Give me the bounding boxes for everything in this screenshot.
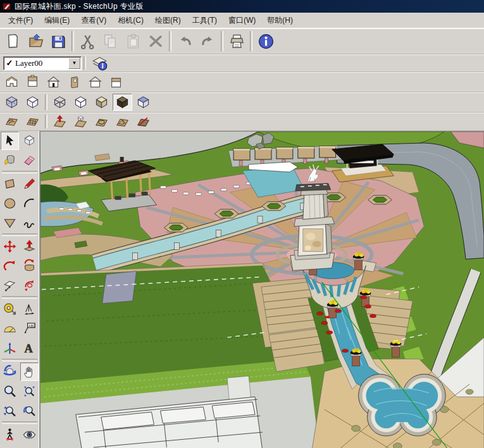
view-front-button[interactable] bbox=[44, 73, 63, 90]
menu-item-view[interactable]: 查看(V) bbox=[75, 13, 112, 28]
scale-button[interactable] bbox=[1, 277, 19, 295]
move-icon bbox=[3, 239, 17, 254]
follow-me-button[interactable] bbox=[20, 257, 39, 275]
save-button[interactable] bbox=[47, 31, 69, 51]
push-pull-button[interactable] bbox=[20, 237, 39, 256]
dimension-button[interactable] bbox=[20, 300, 39, 318]
undo-button[interactable] bbox=[174, 31, 195, 51]
dimension-icon bbox=[22, 302, 37, 316]
select-button[interactable] bbox=[1, 132, 19, 150]
entity-info-icon bbox=[258, 33, 275, 50]
text-icon: ABC bbox=[22, 321, 37, 336]
section-plane-button[interactable]: c bbox=[20, 445, 39, 448]
print-button[interactable] bbox=[226, 31, 247, 51]
polygon-button[interactable] bbox=[1, 214, 19, 232]
smoove-icon bbox=[53, 115, 67, 129]
menu-item-draw[interactable]: 绘图(R) bbox=[149, 13, 187, 28]
view-iso-button[interactable] bbox=[2, 73, 22, 90]
add-detail-button[interactable] bbox=[113, 113, 132, 130]
polygon-icon bbox=[3, 216, 17, 230]
toolbar-separator bbox=[250, 31, 252, 51]
entity-info-button[interactable] bbox=[255, 31, 276, 51]
delete-button[interactable] bbox=[145, 31, 166, 51]
paint-bucket-button[interactable] bbox=[1, 151, 19, 170]
view-right-button[interactable] bbox=[65, 73, 84, 90]
rotate-icon bbox=[3, 259, 17, 273]
layer-dropdown-arrow-icon[interactable]: ▼ bbox=[68, 58, 80, 69]
layer-combobox[interactable]: ✓ Layer00 ▼ bbox=[3, 56, 82, 70]
rotate-button[interactable] bbox=[1, 257, 19, 275]
drape-button[interactable] bbox=[92, 113, 111, 130]
redo-icon bbox=[199, 33, 216, 50]
redo-button[interactable] bbox=[197, 31, 218, 51]
from-contours-icon bbox=[4, 115, 19, 129]
undo-icon bbox=[177, 33, 194, 50]
3d-text-button[interactable]: A bbox=[20, 339, 39, 358]
view-left-button[interactable] bbox=[85, 73, 105, 90]
look-around-button[interactable] bbox=[20, 425, 39, 444]
menu-bar: 文件(F)编辑(E)查看(V)相机(C)绘图(R)工具(T)窗口(W)帮助(H) bbox=[0, 13, 484, 28]
active-layer-value: Layer00 bbox=[15, 58, 68, 68]
back-edges-button[interactable] bbox=[23, 94, 42, 111]
from-contours-button[interactable] bbox=[2, 113, 22, 130]
menu-item-window[interactable]: 窗口(W) bbox=[223, 13, 261, 28]
menu-item-help[interactable]: 帮助(H) bbox=[261, 13, 299, 28]
menu-item-tools[interactable]: 工具(T) bbox=[187, 13, 223, 28]
walk-button[interactable] bbox=[1, 445, 19, 448]
viewport-3d[interactable] bbox=[40, 131, 484, 448]
svg-text:ABC: ABC bbox=[28, 324, 35, 328]
open-file-button[interactable] bbox=[25, 31, 46, 51]
cut-button[interactable] bbox=[77, 31, 98, 51]
flip-edge-button[interactable] bbox=[133, 113, 153, 130]
zoom-extents-button[interactable] bbox=[1, 402, 19, 420]
copy-icon bbox=[102, 33, 119, 50]
stamp-button[interactable] bbox=[71, 113, 90, 130]
zoom-button[interactable] bbox=[1, 382, 19, 401]
hidden-line-button[interactable] bbox=[71, 94, 90, 111]
eraser-button[interactable] bbox=[20, 151, 39, 170]
menu-item-edit[interactable]: 编辑(E) bbox=[39, 13, 75, 28]
title-bar[interactable]: 国际星城补面.skp - SketchUp 专业版 bbox=[0, 0, 484, 13]
orbit-icon bbox=[3, 364, 17, 379]
menu-item-file[interactable]: 文件(F) bbox=[3, 13, 39, 28]
text-button[interactable]: ABC bbox=[20, 320, 39, 338]
shaded-button[interactable] bbox=[92, 94, 111, 111]
rectangle-button[interactable] bbox=[1, 175, 19, 193]
orbit-button[interactable] bbox=[1, 363, 19, 381]
view-back-icon bbox=[109, 75, 123, 89]
circle-button[interactable] bbox=[1, 194, 19, 213]
freehand-button[interactable] bbox=[20, 214, 39, 232]
arc-button[interactable] bbox=[20, 194, 39, 213]
line-button[interactable] bbox=[20, 175, 39, 193]
position-camera-button[interactable] bbox=[1, 425, 19, 444]
offset-button[interactable] bbox=[20, 277, 39, 295]
from-scratch-button[interactable] bbox=[23, 113, 42, 130]
eraser-icon bbox=[22, 153, 37, 168]
protractor-button[interactable] bbox=[1, 320, 19, 338]
tape-measure-button[interactable] bbox=[1, 300, 19, 318]
hidden-line-icon bbox=[73, 95, 88, 109]
menu-item-camera[interactable]: 相机(C) bbox=[112, 13, 149, 28]
axes-button[interactable] bbox=[1, 339, 19, 358]
paint-bucket-icon bbox=[3, 153, 17, 168]
paste-button[interactable] bbox=[122, 31, 144, 51]
palette-separator bbox=[2, 171, 37, 173]
make-component-button[interactable] bbox=[20, 132, 39, 150]
layer-manager-button[interactable] bbox=[89, 53, 110, 73]
model-scene bbox=[40, 132, 484, 448]
zoom-previous-button[interactable] bbox=[20, 402, 39, 420]
view-back-button[interactable] bbox=[106, 73, 126, 90]
zoom-window-button[interactable] bbox=[20, 382, 39, 401]
shaded-textures-button[interactable] bbox=[113, 94, 132, 111]
pan-button[interactable] bbox=[20, 363, 39, 381]
new-file-button[interactable] bbox=[2, 31, 23, 51]
from-scratch-icon bbox=[25, 115, 40, 129]
view-left-icon bbox=[88, 75, 102, 89]
view-top-button[interactable] bbox=[23, 73, 42, 90]
wireframe-button[interactable] bbox=[50, 94, 70, 111]
copy-button[interactable] bbox=[99, 31, 121, 51]
move-button[interactable] bbox=[1, 237, 19, 256]
xray-button[interactable] bbox=[2, 94, 22, 111]
monochrome-button[interactable] bbox=[133, 94, 153, 111]
smoove-button[interactable] bbox=[50, 113, 70, 130]
